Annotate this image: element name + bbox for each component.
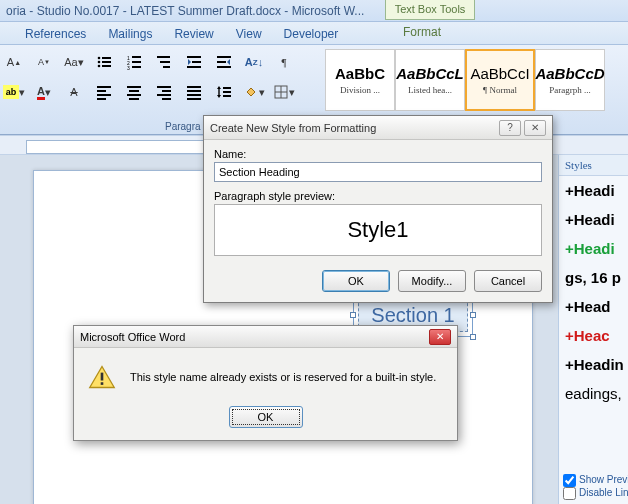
- align-center-icon[interactable]: [122, 81, 146, 103]
- svg-rect-15: [187, 56, 201, 58]
- change-case-icon[interactable]: Aa▾: [62, 51, 86, 73]
- show-preview-checkbox[interactable]: Show Previ: [563, 474, 628, 487]
- styles-pane-item-6[interactable]: +Headin: [559, 350, 628, 379]
- svg-rect-14: [163, 66, 170, 68]
- svg-rect-1: [102, 57, 111, 59]
- font-color-icon[interactable]: A▾: [32, 81, 56, 103]
- message-box: Microsoft Office Word ✕ This style name …: [73, 325, 458, 441]
- svg-rect-12: [157, 56, 170, 58]
- highlight-icon[interactable]: ab▾: [2, 81, 26, 103]
- styles-pane-item-5[interactable]: +Heac: [559, 321, 628, 350]
- tab-references[interactable]: References: [25, 27, 86, 44]
- svg-point-0: [98, 57, 101, 60]
- align-left-icon[interactable]: [92, 81, 116, 103]
- style-name-input[interactable]: [214, 162, 542, 182]
- message-box-ok-button[interactable]: OK: [229, 406, 303, 428]
- styles-pane-item-3[interactable]: gs, 16 p: [559, 263, 628, 292]
- decrease-indent-icon[interactable]: [182, 51, 206, 73]
- line-spacing-icon[interactable]: [212, 81, 236, 103]
- modify-button[interactable]: Modify...: [398, 270, 466, 292]
- cancel-button[interactable]: Cancel: [474, 270, 542, 292]
- svg-rect-21: [97, 86, 111, 88]
- bullets-icon[interactable]: [92, 51, 116, 73]
- dialog-close-button[interactable]: ✕: [524, 120, 546, 136]
- window-title: oria - Studio No.0017 - LATEST Summer Dr…: [6, 4, 364, 18]
- svg-point-2: [98, 61, 101, 64]
- sort-icon[interactable]: AZ↓: [242, 51, 266, 73]
- message-box-title: Microsoft Office Word: [80, 331, 185, 343]
- svg-rect-27: [127, 94, 141, 96]
- style-preview-text: Style1: [347, 217, 408, 243]
- styles-pane-title: Styles: [559, 155, 628, 176]
- style-gallery-item-1[interactable]: AaBbCcLListed hea...: [395, 49, 465, 111]
- svg-rect-31: [157, 94, 171, 96]
- styles-pane-options: Show Previ Disable Link: [563, 474, 628, 500]
- svg-rect-36: [187, 98, 201, 100]
- clear-formatting-icon[interactable]: A: [62, 81, 86, 103]
- window-titlebar: oria - Studio No.0017 - LATEST Summer Dr…: [0, 0, 628, 22]
- style-preview-box: Style1: [214, 204, 542, 256]
- style-gallery-item-3[interactable]: AaBbCcDParagrph ...: [535, 49, 605, 111]
- svg-rect-3: [102, 61, 111, 63]
- styles-pane-item-7[interactable]: eadings,: [559, 379, 628, 408]
- styles-pane-item-1[interactable]: +Headi: [559, 205, 628, 234]
- message-box-close-button[interactable]: ✕: [429, 329, 451, 345]
- svg-rect-38: [223, 87, 231, 89]
- svg-rect-39: [223, 91, 231, 93]
- svg-rect-16: [187, 66, 201, 68]
- tab-view[interactable]: View: [236, 27, 262, 44]
- svg-rect-20: [217, 61, 226, 63]
- show-marks-icon[interactable]: ¶: [272, 51, 296, 73]
- ok-button[interactable]: OK: [322, 270, 390, 292]
- svg-rect-26: [129, 90, 139, 92]
- resize-handle-e[interactable]: [470, 312, 476, 318]
- style-gallery[interactable]: AaBbCDivision ...AaBbCcLListed hea...AaB…: [325, 49, 605, 111]
- styles-pane: Styles +Headi+Headi+Headigs, 16 p+Head+H…: [558, 155, 628, 504]
- svg-rect-40: [223, 95, 231, 97]
- svg-rect-32: [162, 98, 171, 100]
- svg-rect-44: [101, 373, 104, 381]
- shrink-font-icon[interactable]: A▼: [32, 51, 56, 73]
- numbering-icon[interactable]: 123: [122, 51, 146, 73]
- dialog-title: Create New Style from Formatting: [210, 122, 376, 134]
- styles-pane-item-2[interactable]: +Headi: [559, 234, 628, 263]
- svg-rect-5: [102, 65, 111, 67]
- tab-review[interactable]: Review: [174, 27, 213, 44]
- dialog-help-button[interactable]: ?: [499, 120, 521, 136]
- ribbon-tabs: References Mailings Review View Develope…: [0, 22, 628, 45]
- justify-icon[interactable]: [182, 81, 206, 103]
- create-style-dialog: Create New Style from Formatting ? ✕ Nam…: [203, 115, 553, 303]
- svg-rect-33: [187, 86, 201, 88]
- preview-label: Paragraph style preview:: [214, 190, 542, 202]
- svg-rect-28: [129, 98, 139, 100]
- svg-rect-35: [187, 94, 201, 96]
- contextual-tab-group-textboxtools: Text Box Tools: [385, 0, 475, 20]
- svg-rect-17: [192, 61, 201, 63]
- shading-icon[interactable]: ▾: [242, 81, 266, 103]
- align-right-icon[interactable]: [152, 81, 176, 103]
- disable-linked-checkbox[interactable]: Disable Link: [563, 487, 628, 500]
- textbox-content: Section 1: [371, 304, 454, 327]
- resize-handle-w[interactable]: [350, 312, 356, 318]
- svg-rect-34: [187, 90, 201, 92]
- resize-handle-se[interactable]: [470, 334, 476, 340]
- warning-icon: [88, 364, 116, 390]
- styles-pane-item-0[interactable]: +Headi: [559, 176, 628, 205]
- multilevel-list-icon[interactable]: [152, 51, 176, 73]
- paragraph-group-label: Paragra: [165, 121, 201, 132]
- dialog-titlebar[interactable]: Create New Style from Formatting ? ✕: [204, 116, 552, 140]
- tab-developer[interactable]: Developer: [284, 27, 339, 44]
- svg-rect-25: [127, 86, 141, 88]
- tab-mailings[interactable]: Mailings: [108, 27, 152, 44]
- styles-pane-item-4[interactable]: +Head: [559, 292, 628, 321]
- borders-icon[interactable]: ▾: [272, 81, 296, 103]
- svg-rect-23: [97, 94, 111, 96]
- grow-font-icon[interactable]: A▲: [2, 51, 26, 73]
- increase-indent-icon[interactable]: [212, 51, 236, 73]
- style-gallery-item-0[interactable]: AaBbCDivision ...: [325, 49, 395, 111]
- tab-format[interactable]: Format: [403, 25, 441, 42]
- svg-rect-9: [132, 61, 141, 63]
- message-box-titlebar[interactable]: Microsoft Office Word ✕: [74, 326, 457, 348]
- svg-point-4: [98, 65, 101, 68]
- style-gallery-item-2[interactable]: AaBbCcI¶ Normal: [465, 49, 535, 111]
